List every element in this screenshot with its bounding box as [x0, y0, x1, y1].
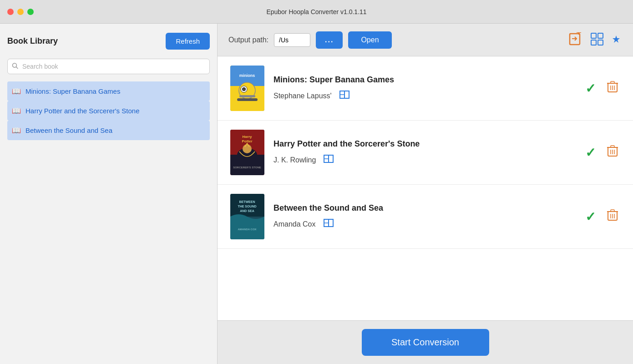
svg-point-32	[243, 144, 252, 153]
svg-text:Harry: Harry	[243, 135, 252, 139]
book-format-icon-1	[339, 90, 350, 101]
books-list: minions Minions: Super Banana Games Step…	[218, 56, 633, 320]
svg-text:SORCERER'S STONE: SORCERER'S STONE	[233, 166, 261, 169]
svg-rect-17	[239, 95, 255, 97]
maximize-button[interactable]	[27, 9, 34, 15]
sidebar-item-1[interactable]: 📖 Minions: Super Banana Games	[7, 81, 210, 101]
svg-rect-6	[591, 33, 596, 38]
book-title-3: Between the Sound and Sea	[273, 203, 576, 213]
output-path-label: Output path:	[228, 36, 268, 44]
bottom-bar: Start Conversion	[218, 320, 633, 364]
svg-rect-23	[611, 81, 614, 83]
start-conversion-button[interactable]: Start Conversion	[362, 329, 489, 356]
book-list: 📖 Minions: Super Banana Games 📖 Harry Po…	[7, 81, 210, 140]
book-author-row-1: Stephane Lapuss'	[273, 90, 576, 101]
book-info-1: Minions: Super Banana Games Stephane Lap…	[273, 75, 576, 101]
svg-text:AND SEA: AND SEA	[240, 209, 254, 212]
app-title: Epubor Hoopla Converter v1.0.1.11	[266, 8, 366, 15]
book-cover-1: minions	[230, 66, 264, 111]
toolbar-icons	[567, 30, 622, 49]
svg-rect-9	[598, 40, 603, 45]
search-container	[7, 59, 210, 74]
book-actions-1: ✓	[585, 79, 620, 98]
book-icon-3: 📖	[12, 126, 21, 135]
book-actions-3: ✓	[585, 207, 620, 226]
svg-marker-10	[613, 35, 620, 43]
book-cover-img-3: BETWEEN THE SOUND AND SEA AMANDA COX	[230, 194, 264, 239]
sidebar-item-2[interactable]: 📖 Harry Potter and the Sorcerer's Stone	[7, 101, 210, 121]
book-author-1: Stephane Lapuss'	[273, 92, 332, 100]
sidebar-item-3[interactable]: 📖 Between the Sound and Sea	[7, 121, 210, 140]
search-input[interactable]	[7, 59, 210, 74]
book-author-row-3: Amanda Cox	[273, 218, 576, 230]
open-button[interactable]: Open	[348, 31, 391, 49]
book-icon-2: 📖	[12, 106, 21, 115]
toolbar: Output path: ... Open	[218, 24, 633, 56]
check-icon-1: ✓	[585, 81, 596, 96]
book-author-2: J. K. Rowling	[273, 156, 316, 164]
title-bar: Epubor Hoopla Converter v1.0.1.11	[0, 0, 633, 24]
book-info-2: Harry Potter and the Sorcerer's Stone J.…	[273, 139, 576, 166]
book-cover-2: Harry Potter SORCERER'S STONE	[230, 130, 264, 175]
book-author-3: Amanda Cox	[273, 220, 316, 228]
content-area: Output path: ... Open	[218, 24, 633, 364]
book-author-row-2: J. K. Rowling	[273, 154, 576, 166]
delete-button-2[interactable]	[605, 143, 620, 162]
delete-button-1[interactable]	[605, 79, 620, 98]
sidebar-header: Book Library Refresh	[7, 33, 210, 50]
close-button[interactable]	[7, 9, 14, 15]
svg-point-16	[243, 88, 245, 90]
book-info-3: Between the Sound and Sea Amanda Cox	[273, 203, 576, 230]
svg-text:minions: minions	[239, 73, 255, 78]
svg-rect-18	[237, 98, 258, 101]
svg-rect-50	[611, 210, 614, 212]
sidebar-item-label-3: Between the Sound and Sea	[25, 126, 112, 134]
svg-text:AMANDA COX: AMANDA COX	[238, 228, 256, 231]
svg-rect-7	[598, 33, 603, 38]
book-cover-3: BETWEEN THE SOUND AND SEA AMANDA COX	[230, 194, 264, 239]
sidebar-title: Book Library	[7, 36, 58, 46]
star-icon-button[interactable]	[610, 33, 622, 46]
svg-rect-8	[591, 40, 596, 45]
book-cover-img-2: Harry Potter SORCERER'S STONE	[230, 130, 264, 175]
svg-text:THE SOUND: THE SOUND	[238, 205, 256, 208]
main-container: Book Library Refresh 📖 Minions: Super Ba…	[0, 24, 633, 364]
book-icon-1: 📖	[12, 87, 21, 96]
refresh-button[interactable]: Refresh	[166, 33, 210, 50]
book-title-2: Harry Potter and the Sorcerer's Stone	[273, 139, 576, 149]
svg-rect-37	[611, 146, 614, 147]
check-icon-3: ✓	[585, 209, 596, 224]
book-actions-2: ✓	[585, 143, 620, 162]
export-icon-button[interactable]	[567, 30, 584, 49]
grid-icon-button[interactable]	[588, 30, 606, 49]
book-entry-2: Harry Potter SORCERER'S STONE Harry Pott…	[218, 121, 633, 185]
sidebar-item-label-1: Minions: Super Banana Games	[25, 87, 120, 95]
traffic-lights	[7, 9, 34, 15]
sidebar-item-label-2: Harry Potter and the Sorcerer's Stone	[25, 107, 139, 115]
book-entry-3: BETWEEN THE SOUND AND SEA AMANDA COX Bet…	[218, 185, 633, 249]
svg-text:BETWEEN: BETWEEN	[239, 200, 255, 203]
book-cover-img-1: minions	[230, 66, 264, 111]
book-title-1: Minions: Super Banana Games	[273, 75, 576, 85]
search-icon	[12, 63, 18, 71]
sidebar: Book Library Refresh 📖 Minions: Super Ba…	[0, 24, 218, 364]
output-path-input[interactable]	[274, 33, 310, 47]
svg-line-1	[16, 67, 18, 69]
check-icon-2: ✓	[585, 145, 596, 160]
delete-button-3[interactable]	[605, 207, 620, 226]
book-format-icon-2	[323, 154, 334, 166]
minimize-button[interactable]	[17, 9, 24, 15]
browse-button[interactable]: ...	[316, 31, 343, 49]
book-format-icon-3	[323, 218, 334, 230]
book-entry-1: minions Minions: Super Banana Games Step…	[218, 56, 633, 121]
